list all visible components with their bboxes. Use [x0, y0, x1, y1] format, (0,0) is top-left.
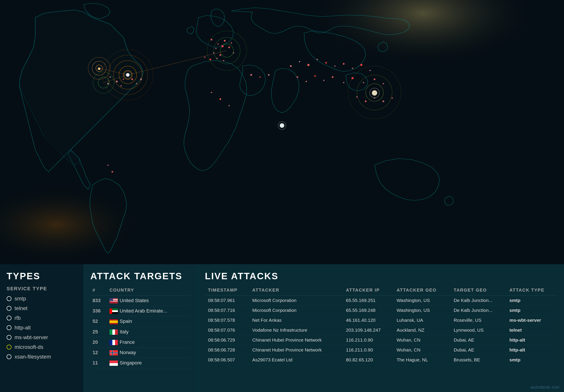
svg-rect-107 — [115, 329, 118, 335]
svg-point-80 — [365, 100, 367, 102]
attack-attacker-geo: Luhansk, UA — [394, 315, 451, 325]
type-item: telnet — [7, 305, 77, 311]
svg-rect-102 — [110, 319, 118, 321]
type-label: microsoft-ds — [14, 344, 43, 350]
svg-point-33 — [221, 45, 224, 47]
attack-attacker-geo: Washington, US — [394, 306, 451, 315]
svg-point-54 — [306, 81, 307, 82]
live-attacks-panel: LIVE ATTACKS TIMESTAMPATTACKERATTACKER I… — [198, 264, 564, 392]
svg-point-59 — [352, 77, 353, 79]
svg-point-51 — [360, 64, 362, 66]
attack-type: smtp — [506, 295, 557, 306]
target-country: Singapore — [107, 358, 191, 368]
svg-point-48 — [334, 65, 336, 67]
svg-point-62 — [383, 83, 384, 84]
live-attacks-col-header: TIMESTAMP — [205, 286, 249, 295]
svg-point-29 — [211, 39, 212, 41]
attack-attacker: Microsoft Corporation — [249, 306, 343, 315]
attack-attacker-geo: Washington, US — [394, 295, 451, 306]
live-attacks-col-header: TARGET GEO — [451, 286, 506, 295]
svg-point-32 — [231, 42, 232, 44]
attack-type: telnet — [506, 325, 557, 335]
svg-point-71 — [123, 79, 124, 80]
svg-point-83 — [392, 97, 393, 99]
svg-point-35 — [228, 46, 230, 48]
svg-rect-103 — [110, 321, 118, 323]
type-circle — [7, 316, 12, 321]
target-count: 833 — [90, 295, 107, 306]
svg-point-58 — [343, 82, 344, 83]
svg-rect-109 — [112, 340, 115, 345]
svg-point-69 — [110, 76, 111, 78]
table-row: 08:58:07.716 Microsoft Corporation 65.55… — [205, 306, 557, 315]
type-item: ms-wbt-server — [7, 334, 77, 340]
target-country: France — [107, 337, 191, 347]
target-country: Norway — [107, 347, 191, 358]
attack-attacker-geo: Auckland, NZ — [394, 325, 451, 335]
svg-point-53 — [296, 76, 298, 78]
svg-point-52 — [369, 70, 371, 71]
attack-timestamp: 08:58:07.716 — [205, 306, 249, 315]
svg-point-89 — [372, 90, 377, 96]
svg-point-82 — [382, 100, 384, 102]
svg-point-84 — [280, 123, 284, 128]
type-label: rfb — [14, 315, 21, 321]
table-row: 08:58:07.076 Vodafone Nz Infrastructure … — [205, 325, 557, 335]
attack-timestamp: 08:58:07.578 — [205, 315, 249, 325]
svg-point-39 — [204, 56, 206, 58]
targets-tbody: 833 United States 336 United Arab Emirat… — [90, 295, 191, 368]
type-item: rfb — [7, 315, 77, 321]
type-item: xsan-filesystem — [7, 354, 77, 360]
country-flag — [110, 340, 118, 345]
target-count: 20 — [90, 337, 107, 347]
target-count: 12 — [90, 347, 107, 358]
attack-ip: 80.82.65.120 — [343, 355, 394, 365]
table-row: 12 Norway — [90, 347, 191, 358]
svg-point-34 — [215, 48, 217, 49]
svg-point-57 — [332, 76, 334, 78]
attack-target-geo: De Kalb Junction... — [451, 295, 506, 306]
svg-rect-116 — [110, 361, 118, 363]
svg-point-66 — [211, 92, 212, 93]
svg-point-61 — [374, 78, 375, 80]
svg-point-44 — [299, 61, 300, 62]
svg-rect-105 — [110, 329, 112, 335]
map-container — [0, 0, 564, 264]
table-row: 08:58:06.728 Chinanet Hubei Province Net… — [205, 345, 557, 355]
watermark: autodesk-nim — [531, 385, 560, 390]
target-count: 25 — [90, 327, 107, 337]
svg-rect-97 — [110, 298, 113, 301]
svg-rect-92 — [110, 302, 118, 304]
target-count: 52 — [90, 316, 107, 327]
attack-attacker: Chinanet Hubei Province Network — [249, 335, 343, 345]
type-label: smtp — [14, 295, 26, 302]
table-row: 08:58:06.729 Chinanet Hubei Province Net… — [205, 335, 557, 345]
attack-attacker-geo: The Hague, NL — [394, 355, 451, 365]
svg-point-73 — [121, 85, 122, 86]
attack-type: smtp — [506, 306, 557, 315]
type-item: http-alt — [7, 325, 77, 331]
country-flag — [110, 361, 118, 366]
bottom-panel: TYPES SERVICE TYPE smtp telnet rfb http-… — [0, 264, 564, 392]
attack-target-geo: Brussels, BE — [451, 355, 506, 365]
svg-point-77 — [107, 165, 109, 166]
live-attacks-col-header: ATTACKER GEO — [394, 286, 451, 295]
type-label: xsan-filesystem — [14, 354, 51, 360]
live-attacks-col-header: ATTACK TYPE — [506, 286, 557, 295]
svg-rect-104 — [110, 323, 118, 324]
svg-rect-108 — [110, 340, 112, 345]
type-circle — [7, 306, 12, 311]
attack-target-geo: Roseville, US — [451, 315, 506, 325]
svg-point-86 — [126, 73, 129, 77]
live-attacks-col-header: ATTACKER IP — [343, 286, 394, 295]
target-country: Italy — [107, 327, 191, 337]
svg-point-56 — [323, 80, 324, 81]
svg-point-46 — [317, 59, 318, 60]
attack-attacker: Chinanet Hubei Province Network — [249, 345, 343, 355]
attack-attacker-geo: Wuhan, CN — [394, 335, 451, 345]
svg-point-76 — [140, 78, 142, 80]
svg-point-42 — [223, 60, 224, 61]
svg-point-78 — [112, 171, 113, 173]
table-row: 25 Italy — [90, 327, 191, 337]
attack-attacker: Microsoft Corporation — [249, 295, 343, 306]
